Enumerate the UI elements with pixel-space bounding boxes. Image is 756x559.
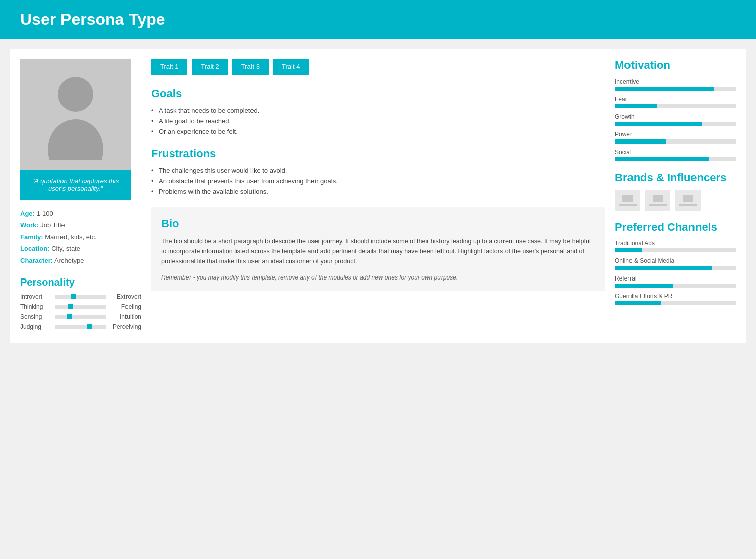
personality-left-4: Judging	[20, 323, 53, 330]
channel-item-2: Online & Social Media	[615, 257, 736, 270]
motivation-track-2	[615, 104, 736, 108]
motivation-item-4: Power	[615, 131, 736, 144]
motivation-section: Motivation Incentive Fear Growth Power S…	[615, 59, 736, 161]
page-title: User Persona Type	[20, 10, 736, 29]
channel-label-2: Online & Social Media	[615, 257, 736, 264]
avatar	[20, 59, 131, 170]
family-label: Family:	[20, 233, 43, 241]
personality-left-3: Sensing	[20, 313, 53, 320]
bio-text: The bio should be a short paragraph to d…	[161, 236, 595, 266]
motivation-fill-5	[615, 157, 709, 161]
motivation-label-2: Fear	[615, 96, 736, 103]
personality-right-1: Extrovert	[108, 293, 141, 300]
personality-right-2: Feeling	[108, 303, 141, 310]
frustrations-list: The challenges this user would like to a…	[151, 165, 605, 197]
channel-track-1	[615, 248, 736, 252]
bio-title: Bio	[161, 217, 595, 230]
character-label: Character:	[20, 257, 53, 264]
brand-2	[645, 190, 670, 211]
work-label: Work:	[20, 221, 39, 229]
motivation-label-4: Power	[615, 131, 736, 138]
middle-column: Trait 1Trait 2Trait 3Trait 4 Goals A tas…	[151, 59, 605, 333]
personality-track-2	[55, 305, 106, 309]
motivation-fill-3	[615, 122, 702, 126]
motivation-item-1: Incentive	[615, 78, 736, 91]
channel-label-1: Traditional Ads	[615, 240, 736, 247]
personality-row-3: Sensing Intuition	[20, 313, 141, 320]
channel-item-4: Guerrilla Efforts & PR	[615, 293, 736, 305]
brands-icons	[615, 190, 736, 211]
motivation-item-2: Fear	[615, 96, 736, 108]
personality-track-3	[55, 315, 106, 319]
personality-right-4: Perceiving	[108, 323, 141, 330]
motivation-label-3: Growth	[615, 113, 736, 120]
motivation-label-5: Social	[615, 149, 736, 156]
personality-section: Personality Introvert Extrovert Thinking…	[20, 276, 141, 330]
brands-section: Brands & Influencers	[615, 171, 736, 211]
personality-indicator-4	[87, 324, 92, 329]
age-label: Age:	[20, 209, 35, 217]
personality-indicator-3	[67, 314, 72, 319]
motivation-track-1	[615, 87, 736, 91]
left-column: "A quotation that captures this user's p…	[20, 59, 141, 333]
frustration-item-1: The challenges this user would like to a…	[151, 165, 605, 176]
age-value: 1-100	[37, 209, 53, 217]
channel-label-4: Guerrilla Efforts & PR	[615, 293, 736, 300]
trait-tag-4[interactable]: Trait 4	[273, 59, 309, 75]
personality-indicator-1	[71, 294, 76, 299]
work-value: Job Title	[40, 221, 65, 229]
personality-track-1	[55, 295, 106, 299]
personality-left-2: Thinking	[20, 303, 53, 310]
personality-row-2: Thinking Feeling	[20, 303, 141, 310]
frustration-item-3: Problems with the available solutions.	[151, 186, 605, 197]
frustrations-section: Frustrations The challenges this user wo…	[151, 147, 605, 197]
motivation-item-5: Social	[615, 149, 736, 161]
personality-left-1: Introvert	[20, 293, 53, 300]
header: User Persona Type	[0, 0, 756, 39]
channel-track-3	[615, 284, 736, 288]
channel-label-3: Referral	[615, 275, 736, 282]
motivation-fill-1	[615, 87, 714, 91]
family-value: Married, kids, etc.	[45, 233, 97, 241]
channel-fill-3	[615, 284, 673, 288]
motivation-fill-4	[615, 139, 666, 144]
goal-item-3: Or an experience to be felt.	[151, 126, 605, 137]
channel-track-4	[615, 301, 736, 305]
motivation-label-1: Incentive	[615, 78, 736, 85]
traits-row: Trait 1Trait 2Trait 3Trait 4	[151, 59, 605, 75]
goals-list: A task that needs to be completed.A life…	[151, 105, 605, 137]
channel-fill-1	[615, 248, 642, 252]
right-column: Motivation Incentive Fear Growth Power S…	[615, 59, 736, 333]
goals-section: Goals A task that needs to be completed.…	[151, 87, 605, 137]
frustration-item-2: An obstacle that prevents this user from…	[151, 176, 605, 186]
goal-item-2: A life goal to be reached.	[151, 116, 605, 126]
location-value: City, state	[51, 245, 80, 252]
channel-fill-2	[615, 266, 712, 270]
svg-point-1	[48, 119, 103, 160]
motivation-track-3	[615, 122, 736, 126]
personality-row-1: Introvert Extrovert	[20, 293, 141, 300]
svg-point-0	[58, 77, 93, 112]
bio-note: Remember - you may modify this template,…	[161, 274, 595, 281]
location-label: Location:	[20, 245, 50, 252]
personality-title: Personality	[20, 276, 141, 288]
personality-row-4: Judging Perceiving	[20, 323, 141, 330]
personality-indicator-2	[68, 304, 73, 309]
channels-section: Preferred Channels Traditional Ads Onlin…	[615, 221, 736, 305]
brands-title: Brands & Influencers	[615, 171, 736, 184]
motivation-track-4	[615, 139, 736, 144]
channels-title: Preferred Channels	[615, 221, 736, 234]
channel-item-3: Referral	[615, 275, 736, 288]
motivation-fill-2	[615, 104, 657, 108]
user-info: Age: 1-100 Work: Job Title Family: Marri…	[20, 207, 141, 266]
goals-title: Goals	[151, 87, 605, 100]
motivation-title: Motivation	[615, 59, 736, 72]
user-quote: "A quotation that captures this user's p…	[20, 170, 131, 200]
bio-section: Bio The bio should be a short paragraph …	[151, 207, 605, 291]
trait-tag-2[interactable]: Trait 2	[192, 59, 228, 75]
channel-item-1: Traditional Ads	[615, 240, 736, 252]
trait-tag-1[interactable]: Trait 1	[151, 59, 187, 75]
trait-tag-3[interactable]: Trait 3	[232, 59, 269, 75]
channel-fill-4	[615, 301, 661, 305]
motivation-item-3: Growth	[615, 113, 736, 126]
